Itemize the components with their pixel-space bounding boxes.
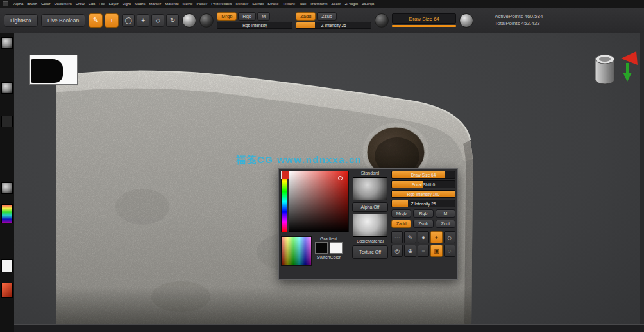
lightbox-button[interactable]: LightBox — [4, 14, 38, 27]
scale-icon[interactable]: ◇ — [151, 14, 164, 27]
material-sphere-thumb-1[interactable] — [1, 37, 13, 49]
mrgb-button[interactable]: Mrgb — [391, 209, 411, 218]
material-sphere-thumb-2[interactable] — [1, 82, 13, 94]
icon-glyph: ● — [421, 234, 425, 241]
gradient-swatch-icon[interactable]: + — [105, 13, 119, 28]
texture-slot-thumb[interactable] — [1, 116, 13, 127]
rgb-intensity-slider[interactable]: Rgb Intensity — [217, 22, 292, 29]
alpha-preview[interactable] — [29, 55, 78, 85]
menubar-item[interactable]: Document — [54, 2, 71, 6]
stroke-dots-icon[interactable]: ⋯ — [391, 231, 403, 243]
m-button[interactable]: M — [436, 209, 455, 218]
material-sphere-thumb-3[interactable] — [1, 182, 13, 194]
material-thumbnail[interactable] — [353, 214, 387, 237]
menubar-item[interactable]: Marker — [149, 2, 161, 6]
top-toolbar: LightBox Live Boolean ✎+ ◯+◇↻ Mrgb Rgb M… — [0, 8, 644, 33]
draw-size-slider[interactable]: Draw Size 64 — [391, 171, 455, 179]
rotate-icon[interactable]: ↻ — [166, 14, 179, 27]
menubar-item[interactable]: Color — [41, 2, 50, 6]
zcut-button[interactable]: Zcut — [436, 220, 455, 228]
zadd-button[interactable]: Zadd — [391, 220, 411, 228]
rgb-intensity-slider[interactable]: Rgb Intensity 100 — [391, 190, 455, 198]
draw-size-slider[interactable]: Draw Size 64 — [392, 13, 456, 24]
menubar-item[interactable]: Stencil — [252, 2, 264, 6]
saturation-value-square[interactable] — [289, 171, 349, 232]
rgb-button[interactable]: Rgb — [413, 209, 433, 218]
zadd-button[interactable]: Zadd — [296, 12, 316, 21]
menubar-item[interactable]: Edit — [89, 2, 95, 6]
perspective-icon[interactable] — [375, 13, 389, 28]
main-color-swatch[interactable] — [1, 259, 13, 272]
left-tray — [0, 33, 14, 332]
color-spectrum-thumb[interactable] — [1, 204, 13, 223]
popup-paint-modes: MrgbRgbM — [391, 209, 455, 218]
menubar-item[interactable]: Preferences — [211, 2, 232, 6]
app-icon — [3, 1, 8, 6]
z-intensity-slider[interactable]: Z Intensity 25 — [296, 22, 371, 29]
aa-half-icon[interactable]: ◌ — [444, 245, 455, 257]
menubar-item[interactable]: Zoom — [331, 2, 341, 6]
gradient-label: Gradient — [315, 236, 343, 241]
current-brush-icon[interactable]: ✎ — [89, 13, 103, 28]
mrgb-button[interactable]: Mrgb — [217, 12, 237, 21]
move-icon[interactable]: + — [430, 231, 442, 243]
actual-size-icon[interactable]: ▣ — [430, 245, 442, 257]
black-swatch[interactable] — [315, 242, 328, 254]
scroll-icon[interactable]: ≡ — [418, 245, 429, 257]
zsub-button[interactable]: Zsub — [317, 12, 337, 21]
menubar-item[interactable]: Picker — [197, 2, 208, 6]
m-button[interactable]: M — [257, 12, 270, 21]
spectrum-swatch[interactable] — [281, 236, 312, 266]
switch-color-button[interactable]: SwitchColor — [315, 255, 343, 259]
zoom-icon[interactable]: ⊕ — [404, 245, 416, 257]
menubar-item[interactable]: ZPlugin — [345, 2, 358, 6]
scale-icon[interactable]: ◇ — [444, 231, 455, 243]
material-ball-icon[interactable] — [182, 13, 196, 28]
color-picker[interactable] — [281, 171, 349, 232]
menubar-item[interactable]: Material — [165, 2, 178, 6]
z-intensity-slider[interactable]: Z Intensity 25 — [391, 200, 455, 207]
menubar-item[interactable]: Movie — [183, 2, 193, 6]
menubar-item[interactable]: Draw — [76, 2, 85, 6]
brush-thumbnail[interactable] — [353, 177, 387, 200]
frame-icon[interactable]: ◎ — [391, 245, 403, 257]
icon-glyph: + — [110, 17, 114, 24]
draw-icon[interactable]: ● — [418, 231, 429, 243]
alpha-silhouette — [31, 59, 63, 83]
move-icon[interactable]: + — [137, 14, 149, 27]
color-section: Gradient SwitchColor — [281, 171, 349, 277]
menubar-item[interactable]: File — [99, 2, 105, 6]
focal-shift-slider[interactable]: Focal Shift 0 — [391, 180, 455, 188]
menubar-item[interactable]: Tool — [299, 2, 306, 6]
menubar-item[interactable]: Brush — [27, 2, 37, 6]
menubar-item[interactable]: Layer — [109, 2, 119, 6]
texture-off-button[interactable]: Texture Off — [352, 245, 388, 259]
camera-gizmo[interactable] — [588, 49, 641, 90]
transform-mode-group: ◯+◇↻ — [122, 14, 179, 27]
menubar-item[interactable]: ZScript — [362, 2, 374, 6]
menubar-item[interactable]: Transform — [310, 2, 327, 6]
y-axis-arrow-shaft — [626, 63, 629, 73]
rgb-button[interactable]: Rgb — [238, 12, 256, 21]
paint-mode-group: Mrgb Rgb M Rgb Intensity — [217, 12, 292, 29]
menubar-item[interactable]: Macro — [135, 2, 146, 6]
edit-icon[interactable]: ✎ — [404, 231, 416, 243]
current-tools-section: Standard Alpha Off BasicMaterial Texture… — [351, 171, 389, 277]
draw-pointer-icon[interactable]: ◯ — [122, 14, 135, 27]
focal-shift-icon[interactable] — [459, 13, 473, 28]
white-swatch[interactable] — [330, 242, 343, 254]
menubar-item[interactable]: Texture — [283, 2, 296, 6]
secondary-color-swatch[interactable] — [1, 283, 13, 298]
menubar-item[interactable]: Alpha — [13, 2, 23, 6]
color-selection-ring — [338, 176, 343, 180]
alpha-off-button[interactable]: Alpha Off — [352, 202, 388, 212]
menubar-item[interactable]: Stroke — [267, 2, 278, 6]
hue-strip[interactable] — [281, 171, 287, 232]
point-stats: ActivePoints 460.584 TotalPoints 453.433 — [495, 13, 543, 28]
menubar-item[interactable]: Light — [123, 2, 131, 6]
menubar-item[interactable]: Render — [236, 2, 249, 6]
live-boolean-button[interactable]: Live Boolean — [41, 14, 85, 27]
color-ball-icon[interactable] — [199, 13, 214, 28]
zbrush-window: AlphaBrushColorDocumentDrawEditFileLayer… — [0, 0, 644, 332]
zsub-button[interactable]: Zsub — [413, 220, 433, 228]
